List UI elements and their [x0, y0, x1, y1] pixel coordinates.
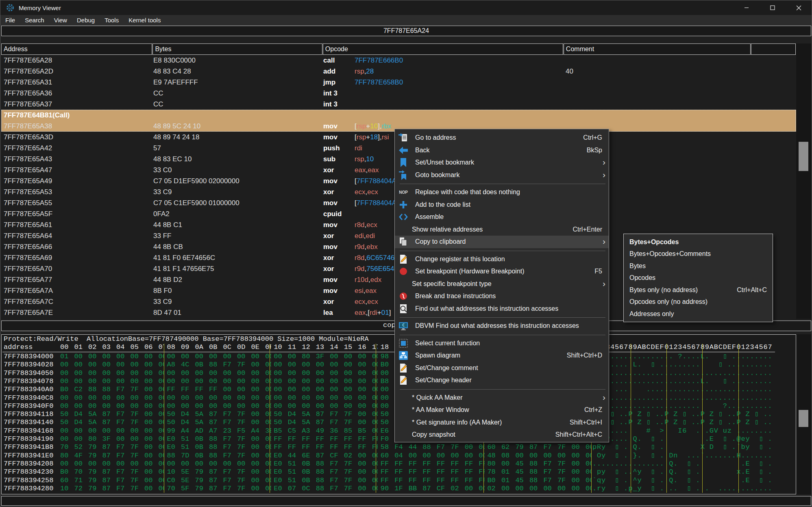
menu-item-back[interactable]: BackBkSp: [395, 144, 609, 157]
menubar-item-kernel-tools[interactable]: Kernel tools: [124, 15, 165, 26]
menu-item-get-signature-info-aa-maker[interactable]: * Get signature info (AA Maker)Shift+Ctr…: [395, 416, 609, 429]
hexview-row[interactable]: 7FF78839420800 00 00 00 00 00 00 0000 00…: [2, 460, 796, 468]
menu-item-assemble[interactable]: Assemble: [395, 211, 609, 223]
menu-item-spawn-diagram[interactable]: Spawn diagramShift+Ctrl+D: [395, 349, 609, 362]
menu-item-show-relative-addresses[interactable]: Show relative addressesCtrl+Enter: [395, 223, 609, 236]
disassembly-row[interactable]: 7FF787E65A28E8 830C0000call7FF787E666B0: [1, 55, 796, 66]
instruction-operands: rdi: [355, 143, 362, 154]
menu-item-set-change-comment[interactable]: Set/Change comment: [395, 362, 609, 375]
submenu-item-label: Addresses only: [629, 310, 674, 318]
hexview-bytes-group: E0 51 0B 88 F7 7F 00 00: [271, 468, 378, 476]
hexview-ascii-group: .E ▯ .: [701, 435, 737, 443]
menu-item-break-and-trace-instructions[interactable]: Break and trace instructions: [395, 290, 609, 303]
hexview-info-line: Protect:Read/Write AllocationBase=7FF787…: [4, 335, 369, 343]
instruction-operands: esi,eax: [355, 285, 377, 296]
hexview-bytes-group: 88 7D 0B 88 F7 7F 00 00: [165, 452, 271, 460]
menu-item-shortcut: Shift+Ctrl+Alt+C: [555, 431, 602, 438]
instruction-operands: [rsp+18],rsi: [355, 132, 389, 143]
disassembly-row[interactable]: 7FF787E65A2D48 83 C4 28addrsp,2840: [1, 66, 796, 77]
hexview-bytes-group: B0 C2 88 88 F7 7F 00 00: [58, 386, 164, 394]
menu-item-set-unset-bookmark[interactable]: Set/Unset bookmark›: [395, 156, 609, 169]
operand-token: 7FF787E666B0: [355, 56, 403, 64]
hexview-ascii-group: [701, 477, 737, 485]
submenu-item-bytes-only-no-address[interactable]: Bytes only (no address)Ctrl+Alt+C: [624, 284, 773, 296]
operand-token: eax: [368, 166, 379, 174]
hexview-scrollbar-thumb[interactable]: [799, 410, 808, 427]
operand-token: edi: [355, 232, 364, 240]
column-header-extra[interactable]: [751, 43, 796, 55]
menu-item-find-out-what-addresses-this-instruction-accesses[interactable]: Find out what addresses this instruction…: [395, 303, 609, 315]
instruction-address: 7FF787E65A43: [4, 154, 52, 165]
instruction-mnemonic: mov: [323, 197, 337, 208]
disassembly-row[interactable]: 7FF787E65A37CCint 3: [1, 99, 796, 110]
menu-item-select-current-function[interactable]: Select current function: [395, 337, 609, 350]
submenu-item-label: Bytes only (no address): [629, 286, 698, 294]
current-address-bar[interactable]: 7FF787E65A24: [1, 26, 811, 36]
hexview-ascii-group: P Z ▯ ..: [664, 410, 701, 418]
hexview-row[interactable]: 7FF788394230B0 70 79 87 F7 7F 00 0010 5E…: [2, 468, 796, 476]
hexview-row[interactable]: 7FF7883941B870 52 79 87 F7 7F 00 00E0 51…: [2, 443, 796, 451]
disassembler-scrollbar[interactable]: [796, 43, 811, 319]
menu-item-goto-bookmark[interactable]: Goto bookmark›: [395, 169, 609, 182]
menu-item-go-to-address[interactable]: Go to addressCtrl+G: [395, 132, 609, 144]
menu-item-replace-with-code-that-does-nothing[interactable]: NOPReplace with code that does nothing: [395, 186, 609, 199]
menu-item-set-specific-breakpoint-type[interactable]: Set specific breakpoint type›: [395, 278, 609, 290]
operand-token: rsp: [355, 67, 364, 75]
hexview-ascii-group: ........: [736, 377, 773, 386]
instruction-bytes: 33 C9: [153, 296, 172, 307]
column-header-address[interactable]: Address: [1, 43, 152, 55]
instruction-address: 7FF787E65A55: [4, 197, 52, 208]
close-button[interactable]: [786, 0, 812, 15]
menubar-item-tools[interactable]: Tools: [100, 15, 124, 26]
current-address-value: 7FF787E65A24: [383, 27, 429, 35]
operand-token: eax: [355, 309, 366, 316]
instruction-mnemonic: xor: [323, 186, 334, 197]
instruction-mnemonic: mov: [323, 274, 337, 285]
menu-item-change-register-at-this-location[interactable]: Change register at this location: [395, 253, 609, 266]
operand-token: 18: [370, 133, 378, 141]
hexview-ascii-group: `by ▯ .: [736, 443, 773, 451]
menubar-item-view[interactable]: View: [49, 15, 72, 26]
menubar-item-debug[interactable]: Debug: [72, 15, 100, 26]
submenu-item-bytes-opcodes[interactable]: Bytes+Opcodes: [624, 236, 773, 248]
menu-item-shortcut: Shift+Ctrl+D: [567, 352, 602, 359]
hexview-bytes-group: 80 4F 79 87 F7 7F 00 00: [58, 452, 164, 460]
hexview-ascii-group: [701, 468, 737, 476]
hexview-bytes-group: FF FF FF FF FF FF FF FF: [378, 477, 485, 485]
hexview-ascii-group: ........: [701, 369, 737, 377]
submenu-item-addresses-only[interactable]: Addresses only: [624, 308, 773, 320]
hexview-ascii-group: `qy ▯ .: [592, 477, 629, 485]
column-header-bytes[interactable]: Bytes: [152, 43, 322, 55]
menu-item-quick-aa-maker[interactable]: * Quick AA Maker›: [395, 392, 609, 404]
disassembly-row[interactable]: 7FF787E65A36CCint 3: [1, 88, 796, 99]
submenu-item-bytes-opcodes-comments[interactable]: Bytes+Opcodes+Comments: [624, 248, 773, 260]
menu-item-label: Select current function: [415, 340, 480, 347]
instruction-address: 7FF787E65A77: [4, 274, 52, 285]
menubar-item-search[interactable]: Search: [20, 15, 49, 26]
disassembly-row[interactable]: 7FF787E65A31E9 7AFEFFFFjmp7FF787E658B0: [1, 77, 796, 88]
menu-item-add-to-the-code-list[interactable]: Add to the code list: [395, 199, 609, 211]
menu-item-copy-snapshot[interactable]: Copy snapshotShift+Ctrl+Alt+C: [395, 429, 609, 441]
submenu-item-opcodes[interactable]: Opcodes: [624, 272, 773, 284]
hexview-ascii-group: ........: [701, 394, 737, 402]
menu-item-aa-maker-window[interactable]: * AA Maker WindowCtrl+Z: [395, 404, 609, 416]
maximize-button[interactable]: [760, 0, 786, 15]
submenu-item-bytes[interactable]: Bytes: [624, 260, 773, 272]
minimize-button[interactable]: [734, 0, 760, 15]
hexview-scrollbar[interactable]: [796, 334, 811, 494]
disassembler-scrollbar-thumb[interactable]: [799, 142, 808, 171]
column-header-opcode[interactable]: Opcode: [323, 43, 563, 55]
submenu-item-opcodes-only-no-address[interactable]: Opcodes only (no address): [624, 296, 773, 308]
menu-item-set-change-header[interactable]: Set/Change header: [395, 374, 609, 387]
hexview-row[interactable]: 7FF7883941E080 4F 79 87 F7 7F 00 0088 7D…: [2, 452, 796, 460]
menu-item-dbvm-find-out-what-addresses-this-instruction-accesses[interactable]: €DBVM Find out what addresses this instr…: [395, 320, 609, 332]
cheat-engine-logo-icon: [6, 3, 15, 12]
menubar-item-file[interactable]: File: [0, 15, 20, 26]
hexview-bytes-group: 00 00 00 00 00 00 00 00: [271, 377, 378, 386]
menu-item-copy-to-clipboard[interactable]: Copy to clipboard›: [395, 236, 609, 248]
menu-item-set-breakpoint-hardware-breakpoint[interactable]: Set breakpoint (Hardware Breakpoint)F5: [395, 265, 609, 278]
disassembly-function-header-row[interactable]: 7FF787E64B81(Call): [1, 110, 796, 121]
column-header-comment[interactable]: Comment: [564, 43, 751, 55]
hexview-row[interactable]: 7FF78839428010 72 79 87 F7 7F 00 0070 5F…: [2, 485, 796, 493]
hexview-row[interactable]: 7FF78839425860 71 79 87 F7 7F 00 00C0 5E…: [2, 477, 796, 485]
